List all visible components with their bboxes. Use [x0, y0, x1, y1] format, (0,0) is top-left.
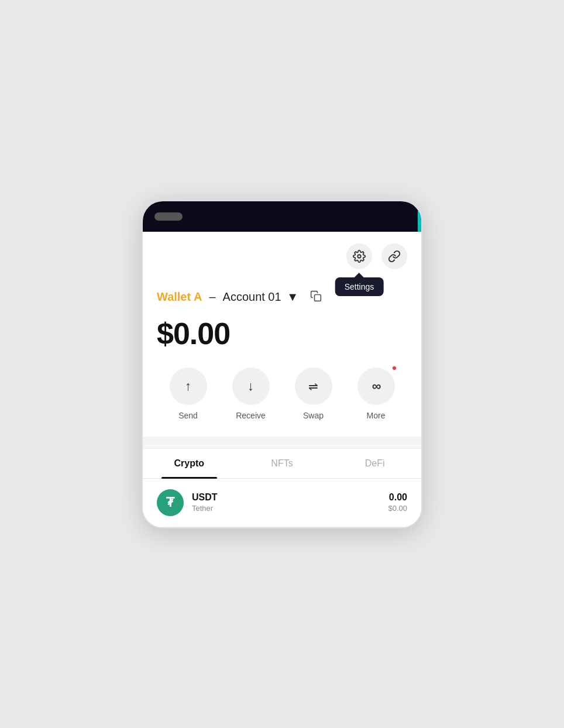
usdt-name: Tether [192, 504, 380, 513]
settings-tooltip: Settings [335, 277, 384, 296]
usdt-logo-char: ₮ [166, 495, 174, 510]
receive-circle: ↓ [232, 368, 270, 405]
send-action[interactable]: ↑ Send [170, 368, 207, 420]
wallet-separator: – [209, 290, 215, 304]
balance-display: $0.00 [157, 316, 407, 351]
teal-accent [418, 201, 421, 232]
send-circle: ↑ [170, 368, 207, 405]
wallet-section: Wallet A – Account 01 ▼ $0.00 [143, 274, 421, 437]
send-icon: ↑ [185, 379, 191, 394]
more-label: More [367, 411, 386, 420]
tabs-row: Crypto NFTs DeFi [143, 449, 421, 479]
more-notification-dot [391, 365, 397, 371]
gear-icon [353, 250, 366, 263]
status-bar [143, 201, 421, 232]
usdt-symbol: USDT [192, 492, 380, 503]
more-circle: ∞ [357, 368, 395, 405]
usdt-values: 0.00 $0.00 [388, 492, 407, 513]
usdt-usd: $0.00 [388, 504, 407, 513]
settings-button-wrapper: Settings [346, 243, 372, 269]
svg-point-0 [357, 255, 361, 258]
usdt-info: USDT Tether [192, 492, 380, 513]
action-buttons-row: ↑ Send ↓ Receive ⇌ Swap [157, 368, 407, 420]
receive-label: Receive [236, 411, 266, 420]
account-label: Account 01 [223, 290, 281, 303]
main-content: Settings Wallet A – Account 01 ▼ [143, 232, 421, 527]
copy-icon[interactable] [310, 290, 322, 304]
send-label: Send [178, 411, 198, 420]
swap-action[interactable]: ⇌ Swap [295, 368, 332, 420]
token-list: ₮ USDT Tether 0.00 $0.00 [143, 479, 421, 527]
link-button[interactable] [381, 243, 407, 269]
tab-defi[interactable]: DeFi [328, 449, 421, 478]
usdt-amount: 0.00 [388, 492, 407, 503]
tabs-section: Crypto NFTs DeFi ₮ USDT Tether 0.00 $0 [143, 448, 421, 527]
more-icon: ∞ [372, 379, 380, 394]
status-pill [154, 212, 183, 221]
account-chevron: ▼ [287, 290, 298, 303]
tab-nfts[interactable]: NFTs [236, 449, 329, 478]
link-icon [388, 250, 401, 263]
swap-label: Swap [303, 411, 324, 420]
wallet-account: Account 01 ▼ [223, 290, 298, 304]
header-row: Settings [143, 232, 421, 274]
more-action[interactable]: ∞ More [357, 368, 395, 420]
svg-rect-1 [314, 294, 321, 301]
token-item-usdt[interactable]: ₮ USDT Tether 0.00 $0.00 [143, 479, 421, 527]
usdt-logo: ₮ [157, 489, 184, 516]
swap-icon: ⇌ [308, 379, 318, 393]
swap-circle: ⇌ [295, 368, 332, 405]
receive-icon: ↓ [247, 379, 254, 394]
wallet-name: Wallet A [157, 290, 202, 304]
receive-action[interactable]: ↓ Receive [232, 368, 270, 420]
phone-frame: Settings Wallet A – Account 01 ▼ [142, 200, 422, 528]
tab-crypto[interactable]: Crypto [143, 449, 236, 478]
settings-button[interactable] [346, 243, 372, 269]
